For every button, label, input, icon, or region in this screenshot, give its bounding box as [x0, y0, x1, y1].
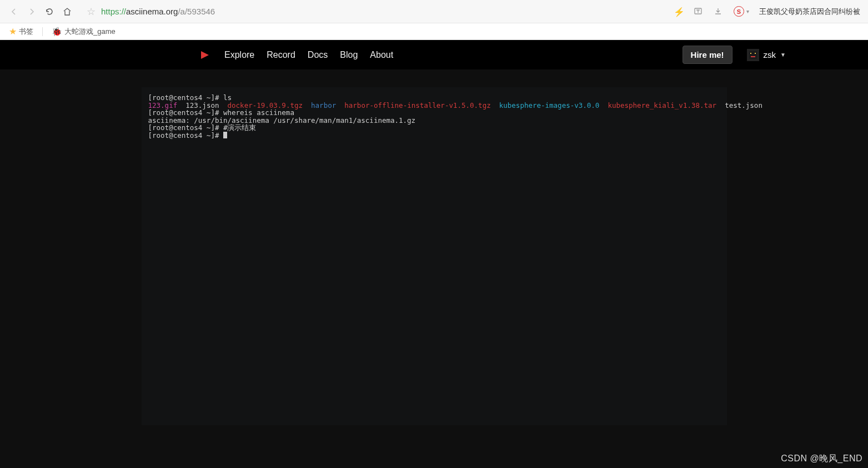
term-line-6: [root@centos4 ~]# — [148, 132, 720, 140]
term-line-1: [root@centos4 ~]# ls — [148, 94, 720, 102]
favorite-star-icon[interactable]: ☆ — [87, 6, 96, 18]
url-host: asciinema.org — [126, 7, 178, 16]
home-button[interactable] — [62, 7, 72, 17]
asciinema-logo[interactable] — [199, 49, 211, 61]
flash-icon[interactable]: ⚡ — [674, 7, 684, 17]
url-path: /a/593546 — [178, 7, 215, 16]
user-menu[interactable]: zsk ▼ — [747, 49, 786, 61]
browser-nav-buttons — [4, 7, 77, 17]
username: zsk — [764, 50, 776, 59]
term-line-2-ls-output: 123.gif 123.json docker-19.03.9.tgz harb… — [148, 102, 720, 109]
site-navbar: Explore Record Docs Blog About Hire me! … — [0, 40, 868, 69]
reload-button[interactable] — [44, 7, 54, 17]
term-line-4-output: asciinema: /usr/bin/asciinema /usr/share… — [148, 117, 720, 125]
nav-blog[interactable]: Blog — [340, 50, 358, 60]
prompt: [root@centos4 ~]# — [148, 108, 223, 117]
avatar — [747, 49, 759, 61]
ls-file: harbor-offline-installer-v1.5.0.tgz — [344, 101, 490, 109]
separator — [42, 27, 43, 36]
nav-links: Explore Record Docs Blog About — [224, 50, 393, 60]
svg-rect-4 — [751, 56, 755, 57]
star-icon: ★ — [9, 26, 17, 37]
address-bar[interactable]: https://asciinema.org/a/593546 — [101, 7, 674, 16]
hire-me-button[interactable]: Hire me! — [683, 46, 732, 64]
browser-chrome: ☆ https://asciinema.org/a/593546 ⚡ S ▾ 王… — [0, 0, 868, 23]
back-button[interactable] — [9, 7, 19, 17]
term-line-5: [root@centos4 ~]# #演示结束 — [148, 124, 720, 132]
prompt: [root@centos4 ~]# — [148, 131, 223, 140]
nav-record[interactable]: Record — [267, 50, 295, 60]
page-content: Explore Record Docs Blog About Hire me! … — [0, 40, 868, 468]
forward-button[interactable] — [27, 7, 37, 17]
svg-rect-1 — [749, 51, 757, 59]
ls-file: harbor — [311, 101, 336, 109]
download-icon[interactable] — [714, 7, 724, 17]
nav-docs[interactable]: Docs — [308, 50, 328, 60]
chevron-down-icon: ▼ — [780, 52, 786, 58]
term-line-3: [root@centos4 ~]# whereis asciinema — [148, 109, 720, 117]
news-ticker[interactable]: 王俊凯父母奶茶店因合同纠纷被 — [759, 7, 860, 17]
bookmark-item-game[interactable]: 🐞大蛇游戏_game — [49, 26, 118, 38]
bookmark-label: 大蛇游戏_game — [64, 27, 116, 37]
nav-about[interactable]: About — [370, 50, 393, 60]
watermark: CSDN @晚风_END — [781, 453, 862, 465]
bookmarks-folder[interactable]: ★书签 — [7, 25, 36, 38]
cmd: whereis asciinema — [223, 108, 294, 117]
cmd: #演示结束 — [223, 123, 257, 132]
svg-rect-2 — [750, 53, 751, 54]
nav-right: Hire me! zsk ▼ — [683, 46, 868, 64]
cursor — [223, 132, 227, 138]
terminal-player[interactable]: [root@centos4 ~]# ls 123.gif 123.json do… — [142, 87, 727, 425]
translate-icon[interactable] — [694, 7, 704, 17]
bookmarks-bar: ★书签 🐞大蛇游戏_game — [0, 23, 868, 40]
svg-rect-3 — [755, 53, 756, 54]
url-scheme: https:// — [101, 7, 126, 16]
ls-file: kubesphere-images-v3.0.0 — [499, 101, 600, 109]
bug-icon: 🐞 — [52, 27, 62, 37]
dropdown-caret-icon[interactable]: ▾ — [746, 8, 749, 14]
browser-right-icons: ⚡ S ▾ 王俊凯父母奶茶店因合同纠纷被 — [674, 6, 864, 17]
bookmarks-label: 书签 — [19, 27, 33, 37]
ls-file: kubesphere_kiali_v1.38.tar — [608, 101, 716, 109]
nav-explore[interactable]: Explore — [224, 50, 254, 60]
s-circle-icon[interactable]: S — [734, 6, 744, 17]
ls-file: test.json — [725, 101, 762, 109]
